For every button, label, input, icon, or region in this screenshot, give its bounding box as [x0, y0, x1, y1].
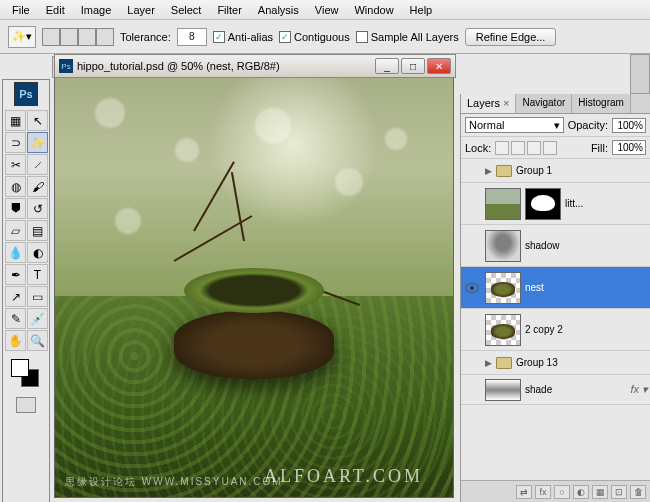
lock-label: Lock: — [465, 142, 491, 154]
menu-select[interactable]: Select — [163, 2, 210, 18]
selection-subtract-icon[interactable] — [78, 28, 96, 46]
layers-panel-footer: ⇄ fx ○ ◐ ▦ ⊡ 🗑 — [461, 480, 650, 502]
lock-position-icon[interactable] — [527, 141, 541, 155]
hand-tool[interactable]: ✋ — [5, 330, 26, 351]
maximize-button[interactable]: □ — [401, 58, 425, 74]
layer-2copy2[interactable]: 2 copy 2 — [461, 309, 650, 351]
selection-new-icon[interactable] — [42, 28, 60, 46]
watermark-left: 思缘设计论坛 WWW.MISSYUAN.COM — [65, 475, 283, 489]
sample-all-checkbox[interactable]: Sample All Layers — [356, 31, 459, 43]
expand-arrow-icon[interactable]: ▶ — [485, 358, 492, 368]
document-area: Ps hippo_tutorial.psd @ 50% (nest, RGB/8… — [54, 54, 456, 502]
layer-thumb-icon[interactable] — [485, 188, 521, 220]
menu-file[interactable]: File — [4, 2, 38, 18]
zoom-tool[interactable]: 🔍 — [27, 330, 48, 351]
layers-list: ▶ Group 1 litt... shadow nest — [461, 159, 650, 480]
layer-nest[interactable]: nest — [461, 267, 650, 309]
minimize-button[interactable]: _ — [375, 58, 399, 74]
layer-mask-thumb-icon[interactable] — [525, 188, 561, 220]
delete-layer-icon[interactable]: 🗑 — [630, 485, 646, 499]
refine-edge-button[interactable]: Refine Edge... — [465, 28, 557, 46]
antialias-checkbox[interactable]: ✓Anti-alias — [213, 31, 273, 43]
marquee-tool[interactable]: ↖ — [27, 110, 48, 131]
blend-mode-select[interactable]: Normal▾ — [465, 117, 564, 133]
opacity-label: Opacity: — [568, 119, 608, 131]
menu-view[interactable]: View — [307, 2, 347, 18]
layer-shade[interactable]: shade fx ▾ — [461, 375, 650, 405]
close-button[interactable]: ✕ — [427, 58, 451, 74]
eyedropper-tool[interactable]: 💉 — [27, 308, 48, 329]
menu-image[interactable]: Image — [73, 2, 120, 18]
lock-all-icon[interactable] — [543, 141, 557, 155]
slice-tool[interactable]: ⟋ — [27, 154, 48, 175]
document-icon: Ps — [59, 59, 73, 73]
healing-tool[interactable]: ◍ — [5, 176, 26, 197]
panel-tabs: Layers× Navigator Histogram — [461, 94, 650, 114]
folder-icon — [496, 357, 512, 369]
tab-layers[interactable]: Layers× — [461, 94, 516, 113]
menu-window[interactable]: Window — [346, 2, 401, 18]
tolerance-input[interactable] — [177, 28, 207, 46]
menu-help[interactable]: Help — [402, 2, 441, 18]
move-tool[interactable]: ▦ — [5, 110, 26, 131]
tab-navigator[interactable]: Navigator — [516, 94, 572, 113]
layer-mask-icon[interactable]: ○ — [554, 485, 570, 499]
contiguous-checkbox[interactable]: ✓Contiguous — [279, 31, 350, 43]
menu-analysis[interactable]: Analysis — [250, 2, 307, 18]
brush-tool[interactable]: 🖌 — [27, 176, 48, 197]
type-tool[interactable]: T — [27, 264, 48, 285]
magic-wand-tool[interactable]: ✨ — [27, 132, 48, 153]
foreground-swatch[interactable] — [11, 359, 29, 377]
lasso-tool[interactable]: ⊃ — [5, 132, 26, 153]
layer-thumb-icon[interactable] — [485, 272, 521, 304]
new-layer-icon[interactable]: ⊡ — [611, 485, 627, 499]
layer-thumb-icon[interactable] — [485, 314, 521, 346]
gradient-tool[interactable]: ▤ — [27, 220, 48, 241]
blur-tool[interactable]: 💧 — [5, 242, 26, 263]
pen-tool[interactable]: ✒ — [5, 264, 26, 285]
selection-intersect-icon[interactable] — [96, 28, 114, 46]
new-group-icon[interactable]: ▦ — [592, 485, 608, 499]
eraser-tool[interactable]: ▱ — [5, 220, 26, 241]
lock-pixels-icon[interactable] — [511, 141, 525, 155]
tolerance-label: Tolerance: — [120, 31, 171, 43]
menu-layer[interactable]: Layer — [119, 2, 163, 18]
layer-group-1[interactable]: ▶ Group 1 — [461, 159, 650, 183]
link-layers-icon[interactable]: ⇄ — [516, 485, 532, 499]
document-title: hippo_tutorial.psd @ 50% (nest, RGB/8#) — [77, 60, 371, 72]
notes-tool[interactable]: ✎ — [5, 308, 26, 329]
fx-badge[interactable]: fx ▾ — [630, 383, 648, 396]
current-tool-icon[interactable]: ✨▾ — [8, 26, 36, 48]
menu-filter[interactable]: Filter — [209, 2, 249, 18]
layer-group-13[interactable]: ▶ Group 13 — [461, 351, 650, 375]
lock-transparency-icon[interactable] — [495, 141, 509, 155]
history-brush-tool[interactable]: ↺ — [27, 198, 48, 219]
layer-fx-icon[interactable]: fx — [535, 485, 551, 499]
path-tool[interactable]: ↗ — [5, 286, 26, 307]
document-titlebar[interactable]: Ps hippo_tutorial.psd @ 50% (nest, RGB/8… — [54, 54, 456, 78]
layer-thumb-icon[interactable] — [485, 230, 521, 262]
canvas[interactable]: 思缘设计论坛 WWW.MISSYUAN.COM ALFOART.COM — [54, 78, 454, 498]
stamp-tool[interactable]: ⛊ — [5, 198, 26, 219]
crop-tool[interactable]: ✂ — [5, 154, 26, 175]
quick-mask-toggle[interactable] — [5, 397, 47, 413]
layer-litt[interactable]: litt... — [461, 183, 650, 225]
layer-thumb-icon[interactable] — [485, 379, 521, 401]
visibility-eye-icon[interactable] — [465, 283, 479, 293]
shape-tool[interactable]: ▭ — [27, 286, 48, 307]
expand-arrow-icon[interactable]: ▶ — [485, 166, 492, 176]
dodge-tool[interactable]: ◐ — [27, 242, 48, 263]
adjustment-layer-icon[interactable]: ◐ — [573, 485, 589, 499]
fill-input[interactable] — [612, 140, 646, 155]
folder-icon — [496, 165, 512, 177]
menu-edit[interactable]: Edit — [38, 2, 73, 18]
tool-palette: Ps ▦ ↖ ⊃ ✨ ✂ ⟋ ◍ 🖌 ⛊ ↺ ▱ ▤ 💧 ◐ ✒ T ↗ ▭ ✎… — [2, 79, 50, 502]
fill-label: Fill: — [591, 142, 608, 154]
tab-histogram[interactable]: Histogram — [572, 94, 631, 113]
opacity-input[interactable] — [612, 118, 646, 133]
color-swatches[interactable] — [5, 357, 47, 393]
selection-add-icon[interactable] — [60, 28, 78, 46]
watermark-right: ALFOART.COM — [264, 466, 423, 487]
layer-shadow[interactable]: shadow — [461, 225, 650, 267]
selection-mode-group — [42, 28, 114, 46]
